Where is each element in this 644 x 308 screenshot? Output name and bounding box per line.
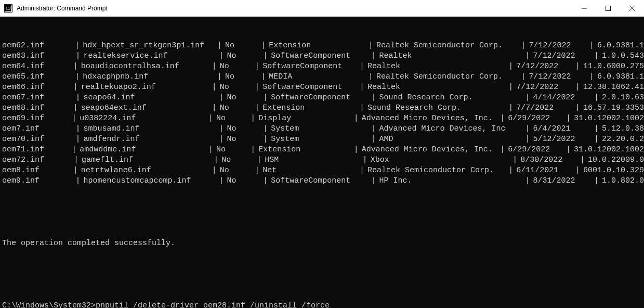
col-date: 7/12/2022 (529, 72, 586, 82)
minimize-button[interactable] (572, 0, 596, 16)
col-published-name: oem7.inf (0, 124, 72, 134)
column-separator: | (260, 134, 271, 145)
col-class-name: System (271, 134, 368, 145)
column-separator: | (577, 155, 588, 165)
terminal-body[interactable]: oem62.inf|hdx_hpext_sr_rtkgen3p1.inf|No|… (0, 17, 644, 308)
table-row: oem70.inf|amdfendr.inf|No|System|AMD|5/1… (0, 134, 644, 145)
column-separator: | (586, 41, 597, 51)
maximize-button[interactable] (596, 0, 620, 16)
column-separator: | (70, 103, 81, 113)
col-published-name: oem8.inf (0, 165, 70, 176)
col-version: 6.0.9381.1 (597, 41, 644, 51)
col-class-name: Extension (262, 103, 357, 113)
table-row: oem72.inf|gameflt.inf|No|HSM|Xbox|8/30/2… (0, 155, 644, 165)
column-separator: | (247, 113, 258, 124)
column-separator: | (368, 134, 379, 145)
column-separator: | (357, 61, 367, 72)
prompt-line: C:\Windows\System32>pnputil /delete-driv… (0, 301, 644, 308)
col-class-name: Net (262, 165, 357, 176)
col-published-name: oem69.inf (0, 113, 69, 124)
column-separator: | (518, 41, 529, 51)
column-separator: | (497, 113, 508, 124)
column-separator: | (365, 41, 376, 51)
table-row: oem67.inf|seapo64.inf|No|SoftwareCompone… (0, 93, 644, 103)
col-version: 1.0.802.0 (602, 176, 644, 186)
column-separator: | (260, 51, 271, 61)
window-title: Administrator: Command Prompt (17, 5, 572, 12)
col-version: 11.0.6000.275 (583, 61, 644, 72)
column-separator: | (211, 155, 221, 165)
column-separator: | (247, 145, 258, 155)
column-separator: | (563, 113, 574, 124)
column-separator: | (209, 61, 220, 72)
col-published-name: oem63.inf (0, 51, 72, 61)
column-separator: | (70, 165, 81, 176)
col-original-name: hpomencustomcapcomp.inf (83, 176, 216, 186)
table-row: oem64.inf|boaudiocontrolhsa.inf|No|Softw… (0, 61, 644, 72)
col-version: 1.0.0.543 (602, 51, 644, 61)
prompt-command[interactable]: pnputil /delete-driver oem28.inf /uninst… (96, 301, 330, 308)
column-separator: | (70, 82, 81, 93)
column-separator: | (522, 134, 533, 145)
col-class-name: MEDIA (269, 72, 365, 82)
col-class-name: Display (258, 113, 350, 124)
column-separator: | (260, 124, 271, 134)
column-separator: | (572, 82, 583, 93)
table-row: oem7.inf|smbusamd.inf|No|System|Advanced… (0, 124, 644, 134)
col-provider: Sound Research Corp. (379, 93, 522, 103)
column-separator: | (71, 155, 82, 165)
col-version: 6001.0.10.329 (583, 165, 644, 176)
col-class-name: SoftwareComponent (271, 93, 368, 103)
column-separator: | (209, 165, 220, 176)
column-separator: | (522, 124, 533, 134)
col-date: 6/29/2022 (508, 113, 563, 124)
col-provider: Realtek Semiconductor Corp. (376, 41, 518, 51)
col-class-name: SoftwareComponent (262, 61, 357, 72)
column-separator: | (69, 145, 80, 155)
col-provider: Realtek Semiconductor Corp. (376, 72, 518, 82)
column-separator: | (72, 176, 83, 186)
col-inbox: No (220, 165, 252, 176)
column-separator: | (214, 72, 225, 82)
column-separator: | (209, 82, 220, 93)
column-separator: | (357, 103, 367, 113)
column-separator: | (72, 72, 83, 82)
col-provider: Sound Research Corp. (367, 103, 505, 113)
col-version: 22.20.0.2 (602, 134, 644, 145)
column-separator: | (252, 165, 262, 176)
column-separator: | (72, 41, 83, 51)
col-inbox: No (227, 176, 260, 186)
column-separator: | (216, 93, 227, 103)
cmd-icon: C:\ (4, 4, 12, 12)
col-provider: Advanced Micro Devices, Inc. (362, 113, 497, 124)
close-button[interactable] (620, 0, 644, 16)
col-original-name: smbusamd.inf (83, 124, 216, 134)
column-separator: | (368, 176, 379, 186)
col-class-name: Extension (269, 41, 365, 51)
column-separator: | (351, 113, 362, 124)
column-separator: | (368, 51, 379, 61)
col-date: 7/7/2022 (516, 103, 572, 113)
col-published-name: oem62.inf (0, 41, 72, 51)
table-row: oem69.inf|u0382224.inf|No|Display|Advanc… (0, 113, 644, 124)
column-separator: | (518, 72, 529, 82)
col-date: 7/12/2022 (516, 82, 572, 93)
column-separator: | (509, 155, 520, 165)
column-separator: | (69, 113, 80, 124)
column-separator: | (368, 93, 379, 103)
table-row: oem66.inf|realtekuapo2.inf|No|SoftwareCo… (0, 82, 644, 93)
col-version: 6.0.9381.1 (597, 72, 644, 82)
column-separator: | (365, 72, 376, 82)
table-row: oem71.inf|amdwddme.inf|No|Extension|Adva… (0, 145, 644, 155)
driver-table: oem62.inf|hdx_hpext_sr_rtkgen3p1.inf|No|… (0, 41, 644, 186)
status-message: The operation completed successfully. (0, 238, 644, 249)
column-separator: | (216, 176, 227, 186)
column-separator: | (205, 113, 216, 124)
column-separator: | (505, 82, 516, 93)
col-version: 5.12.0.38 (602, 124, 644, 134)
column-separator: | (572, 103, 583, 113)
col-date: 5/12/2022 (533, 134, 591, 145)
column-separator: | (497, 145, 508, 155)
col-published-name: oem67.inf (0, 93, 72, 103)
blank-line (0, 270, 644, 280)
